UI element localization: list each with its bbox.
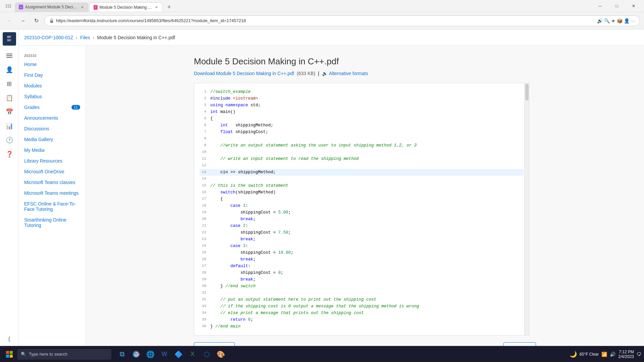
- main-content: Module 5 Decision Making in C++.pdf Down…: [86, 46, 644, 346]
- tab2-label: Module 5 Decision Making in C++...: [100, 5, 152, 10]
- maximize-button[interactable]: □: [609, 1, 625, 11]
- svg-rect-10: [10, 355, 13, 358]
- tab-assignment[interactable]: i Assignment Module 5 Decisions ✕: [15, 2, 89, 12]
- sidebar-item-discussions[interactable]: Discussions: [19, 123, 86, 134]
- sidebar-item-home[interactable]: Home: [19, 59, 86, 70]
- sidebar-inbox[interactable]: 📊: [3, 119, 16, 133]
- back-button[interactable]: ←: [4, 15, 15, 26]
- minimize-button[interactable]: ─: [592, 1, 608, 11]
- more-options-icon[interactable]: ···: [631, 18, 635, 23]
- code-line-10: 10: [200, 149, 524, 156]
- code-line-8: 8: [200, 135, 524, 142]
- sidebar-item-smarthinking[interactable]: Smarthinking Online Tutoring: [19, 215, 86, 231]
- sidebar-item-syllabus[interactable]: Syllabus: [19, 91, 86, 102]
- sidebar-hamburger[interactable]: [3, 49, 16, 62]
- search-page-icon[interactable]: 🔍: [604, 18, 610, 23]
- download-bar: Download Module 5 Decision Making in C++…: [194, 71, 536, 76]
- taskbar-search[interactable]: 🔍 Type here to search: [17, 349, 111, 360]
- code-line-23: 23 break;: [200, 236, 524, 243]
- sidebar-item-first-day[interactable]: First Day: [19, 70, 86, 80]
- taskbar-paint[interactable]: 🎨: [214, 348, 227, 361]
- sidebar-item-grades[interactable]: Grades 11: [19, 102, 86, 113]
- nav-buttons: ◄ Previous Next ►: [194, 342, 536, 346]
- sidebar-profile[interactable]: 👤: [3, 63, 16, 76]
- taskbar-word[interactable]: W: [158, 348, 171, 361]
- pdf-viewer: 1 //switch_example 2 #include <iostream>…: [194, 83, 529, 336]
- previous-button[interactable]: ◄ Previous: [194, 342, 235, 346]
- code-line-32: 32 // put an output statement here to pr…: [200, 296, 524, 303]
- tab1-label: Assignment Module 5 Decisions: [25, 5, 78, 9]
- code-line-36: 36 } //end main: [200, 323, 524, 330]
- pdf-scrollbar[interactable]: [524, 83, 529, 335]
- taskbar-edge[interactable]: 🌐: [144, 348, 157, 361]
- svg-rect-7: [6, 351, 9, 354]
- alt-formats-link[interactable]: 🔈 Alternative formats: [322, 71, 368, 76]
- sidebar-item-onedrive[interactable]: Microsoft OneDrive: [19, 166, 86, 177]
- taskbar-search-text: Type here to search: [29, 352, 67, 357]
- download-link[interactable]: Download Module 5 Decision Making in C++…: [194, 71, 294, 76]
- tab-module5[interactable]: i Module 5 Decision Making in C++... ✕: [89, 2, 163, 12]
- profile-icon[interactable]: 👤: [624, 18, 630, 23]
- tab1-close[interactable]: ✕: [79, 4, 85, 10]
- sidebar-dashboard[interactable]: ⊞: [3, 77, 16, 90]
- notifications-icon[interactable]: 🗨: [637, 352, 641, 357]
- svg-rect-1: [8, 4, 9, 6]
- close-button[interactable]: ✕: [626, 1, 641, 11]
- taskbar-edge2[interactable]: 🔷: [172, 348, 185, 361]
- sidebar-help[interactable]: ❓: [3, 147, 16, 161]
- code-line-16: 16 switch(shippingMethod): [200, 189, 524, 196]
- taskbar: 🔍 Type here to search ⧉ 🌐 W 🔷 X ⬡ 🎨: [0, 346, 644, 362]
- sidebar-courses[interactable]: 📋: [3, 91, 16, 105]
- next-button[interactable]: Next ►: [503, 342, 536, 346]
- code-line-7: 7 float shippingCost;: [200, 129, 524, 135]
- separator: |: [318, 71, 319, 76]
- sidebar-item-modules[interactable]: Modules: [19, 80, 86, 91]
- favorites-icon[interactable]: ★: [611, 18, 615, 23]
- taskbar-chrome[interactable]: [129, 348, 143, 361]
- forward-button[interactable]: →: [17, 15, 28, 26]
- tab2-close[interactable]: ✕: [154, 5, 159, 10]
- taskbar-search-icon: 🔍: [21, 352, 26, 357]
- sidebar-calendar[interactable]: 📅: [3, 105, 16, 119]
- taskbar-clock[interactable]: 7:12 PM 2/4/2023: [618, 350, 634, 359]
- breadcrumb-course[interactable]: 202310-COP-1000-01Z: [24, 35, 73, 40]
- code-line-9: 9 //write an output statement asking the…: [200, 142, 524, 149]
- code-line-14: 14: [200, 176, 524, 182]
- wifi-icon[interactable]: 📶: [601, 352, 607, 357]
- breadcrumb-files[interactable]: Files: [80, 35, 90, 40]
- code-line-28: 28 shippingCost = 0;: [200, 269, 524, 276]
- clock-time: 7:12 PM: [618, 350, 634, 354]
- browser-menu-icon[interactable]: [5, 3, 11, 9]
- sidebar-item-efsc-tutoring[interactable]: EFSC Online & Face-To-Face Tutoring: [19, 198, 86, 215]
- collections-icon[interactable]: 📦: [617, 18, 623, 23]
- sidebar-item-teams-meetings[interactable]: Microsoft Teams meetings: [19, 188, 86, 198]
- scrollbar-thumb[interactable]: [525, 84, 529, 101]
- sidebar-item-my-media[interactable]: My Media: [19, 145, 86, 156]
- code-line-11: 11 // write an input statement to read t…: [200, 156, 524, 162]
- code-line-20: 20 break;: [200, 216, 524, 223]
- code-line-17: 17 {: [200, 196, 524, 202]
- code-line-19: 19 shippingCost = 5.00;: [200, 209, 524, 216]
- code-line-3: 3 using namespace std;: [200, 102, 524, 109]
- new-tab-button[interactable]: +: [164, 2, 174, 12]
- refresh-button[interactable]: ↻: [31, 15, 42, 26]
- start-button[interactable]: [3, 348, 16, 361]
- code-line-1: 1 //switch_example: [200, 88, 524, 95]
- taskbar-vscode[interactable]: ⬡: [200, 348, 213, 361]
- breadcrumb-sep2: ›: [93, 35, 95, 40]
- url-bar[interactable]: https://easternflorida.instructure.com/c…: [44, 15, 640, 26]
- taskbar-excel[interactable]: X: [186, 348, 199, 361]
- sidebar-item-announcements[interactable]: Announcements: [19, 113, 86, 123]
- sidebar-item-library-resources[interactable]: Library Resources: [19, 156, 86, 166]
- sidebar-collapse[interactable]: ⟨: [3, 333, 16, 346]
- code-line-31: 31: [200, 290, 524, 296]
- volume-icon[interactable]: 🔊: [610, 352, 615, 357]
- code-line-33: 33 // if the shipping cost is 0 output a…: [200, 303, 524, 310]
- grades-badge: 11: [71, 105, 80, 110]
- taskbar-task-view[interactable]: ⧉: [115, 348, 129, 361]
- url-text: https://easternflorida.instructure.com/c…: [56, 18, 246, 23]
- sidebar-item-teams-classes[interactable]: Microsoft Teams classes: [19, 177, 86, 188]
- sidebar-history[interactable]: 🕐: [3, 133, 16, 147]
- read-aloud-icon[interactable]: 🔊: [597, 18, 603, 23]
- sidebar-item-media-gallery[interactable]: Media Gallery: [19, 134, 86, 145]
